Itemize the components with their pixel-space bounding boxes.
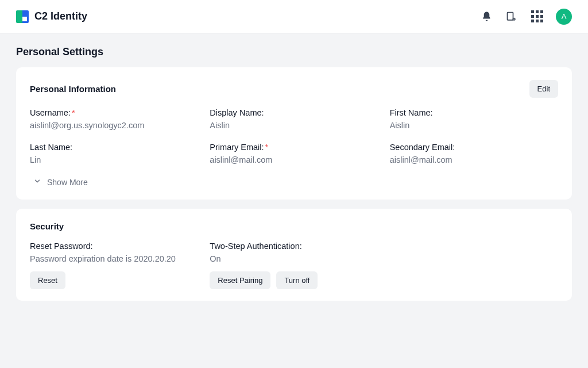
reset-password-label: Reset Password: [30, 241, 198, 251]
security-card: Security Reset Password: Password expira… [16, 209, 572, 301]
display-name-value: Aislin [210, 121, 378, 130]
username-value: aislinl@org.us.synologyc2.com [30, 121, 198, 130]
two-step-label: Two-Step Authentication: [210, 241, 378, 251]
field-last-name: Last Name: Lin [30, 143, 198, 164]
field-first-name: First Name: Aislin [390, 108, 558, 130]
show-more-toggle[interactable]: Show More [30, 175, 558, 188]
page-body: Personal Settings Personal Information E… [0, 33, 588, 323]
reset-password-section: Reset Password: Password expiration date… [30, 241, 198, 289]
personal-info-fields: Username:* aislinl@org.us.synologyc2.com… [30, 108, 558, 164]
secondary-email-label: Secondary Email: [390, 143, 558, 152]
svg-point-2 [513, 18, 514, 20]
app-title: C2 Identity [34, 10, 87, 22]
field-display-name: Display Name: Aislin [210, 108, 378, 130]
page-title: Personal Settings [16, 46, 572, 58]
app-header: C2 Identity A [0, 0, 588, 33]
notifications-icon[interactable] [480, 10, 493, 23]
field-username: Username:* aislinl@org.us.synologyc2.com [30, 108, 198, 130]
first-name-label: First Name: [390, 108, 558, 117]
field-primary-email: Primary Email:* aislinl@mail.com [210, 143, 378, 164]
personal-info-title: Personal Information [30, 84, 116, 94]
header-left: C2 Identity [16, 10, 87, 23]
security-fields: Reset Password: Password expiration date… [30, 241, 558, 289]
security-header: Security [30, 221, 558, 231]
apps-grid-icon[interactable] [531, 10, 543, 23]
svg-rect-0 [508, 12, 513, 20]
last-name-value: Lin [30, 155, 198, 164]
last-name-label: Last Name: [30, 143, 198, 152]
security-title: Security [30, 221, 64, 231]
device-location-icon[interactable] [505, 10, 518, 23]
turn-off-button[interactable]: Turn off [276, 271, 318, 289]
secondary-email-value: aislinl@mail.com [390, 155, 558, 164]
primary-email-label: Primary Email:* [210, 143, 378, 152]
show-more-label: Show More [47, 178, 88, 187]
first-name-value: Aislin [390, 121, 558, 130]
personal-info-card: Personal Information Edit Username:* ais… [16, 67, 572, 200]
username-label: Username:* [30, 108, 198, 117]
two-step-section: Two-Step Authentication: On Reset Pairin… [210, 241, 378, 289]
display-name-label: Display Name: [210, 108, 378, 117]
reset-password-value: Password expiration date is 2020.20.20 [30, 254, 198, 263]
security-empty-col [390, 241, 558, 289]
primary-email-value: aislinl@mail.com [210, 155, 378, 164]
personal-info-header: Personal Information Edit [30, 80, 558, 98]
field-secondary-email: Secondary Email: aislinl@mail.com [390, 143, 558, 164]
chevron-down-icon [33, 177, 41, 187]
two-step-value: On [210, 254, 378, 263]
reset-password-button[interactable]: Reset [30, 271, 65, 289]
reset-pairing-button[interactable]: Reset Pairing [210, 271, 270, 289]
edit-button[interactable]: Edit [529, 80, 558, 98]
app-logo-icon [16, 10, 29, 23]
avatar[interactable]: A [556, 9, 572, 25]
header-right: A [480, 9, 572, 25]
